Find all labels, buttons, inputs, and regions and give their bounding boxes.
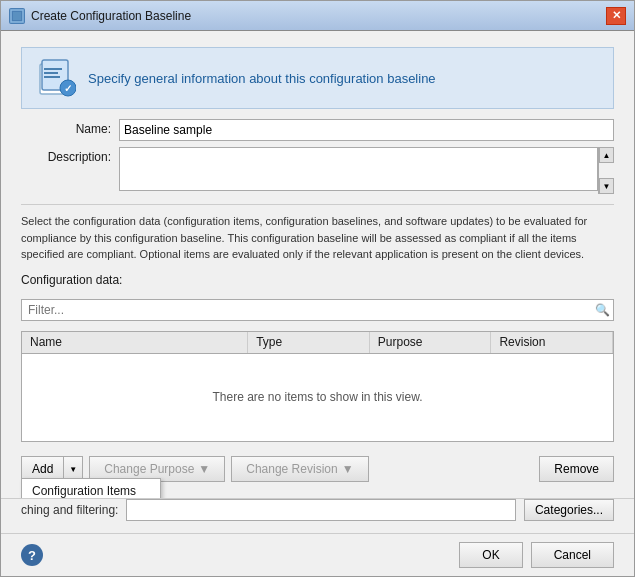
scroll-up-btn[interactable]: ▲ [599, 147, 614, 163]
cancel-label: Cancel [554, 548, 591, 562]
change-revision-label: Change Revision [246, 462, 337, 476]
svg-rect-4 [44, 68, 62, 70]
description-scrollbar[interactable]: ▲ ▼ [598, 147, 614, 194]
footer-left: ? [21, 544, 43, 566]
bottom-section: ching and filtering: Categories... [1, 498, 634, 533]
search-section: ching and filtering: Categories... [21, 499, 614, 521]
change-purpose-label: Change Purpose [104, 462, 194, 476]
description-row: Description: ▲ ▼ [21, 147, 614, 194]
cancel-button[interactable]: Cancel [531, 542, 614, 568]
config-table: Name Type Purpose Revision There are no … [21, 331, 614, 443]
svg-rect-6 [44, 76, 60, 78]
svg-text:✓: ✓ [64, 83, 72, 94]
change-revision-button[interactable]: Change Revision ▼ [231, 456, 368, 482]
change-purpose-arrow: ▼ [198, 462, 210, 476]
main-content: ✓ Specify general information about this… [1, 31, 634, 498]
change-revision-arrow: ▼ [342, 462, 354, 476]
table-body: There are no items to show in this view. [22, 354, 613, 442]
svg-rect-5 [44, 72, 58, 74]
filter-row: 🔍 [21, 299, 614, 321]
titlebar: Create Configuration Baseline ✕ [1, 1, 634, 31]
remove-button[interactable]: Remove [539, 456, 614, 482]
col-revision: Revision [491, 332, 613, 353]
window-icon [9, 8, 25, 24]
scroll-track [599, 163, 614, 178]
window-title: Create Configuration Baseline [31, 9, 191, 23]
btn-section: Add ▼ Change Purpose ▼ Change Revision ▼… [21, 452, 614, 482]
categories-label: Categories... [535, 503, 603, 517]
close-button[interactable]: ✕ [606, 7, 626, 25]
titlebar-left: Create Configuration Baseline [9, 8, 191, 24]
dropdown-item-config-items[interactable]: Configuration Items [22, 479, 160, 498]
name-label: Name: [21, 119, 111, 136]
col-name: Name [22, 332, 248, 353]
search-icon: 🔍 [591, 300, 613, 320]
header-icon: ✓ [36, 58, 76, 98]
add-dropdown-menu: Configuration Items Software Updates Con… [21, 478, 161, 498]
form-section: Name: Description: ▲ ▼ [21, 119, 614, 194]
col-type: Type [248, 332, 370, 353]
svg-rect-1 [13, 12, 21, 20]
filter-input[interactable] [22, 301, 591, 319]
table-header: Name Type Purpose Revision [22, 332, 613, 354]
col-purpose: Purpose [370, 332, 492, 353]
name-input[interactable] [119, 119, 614, 141]
description-input[interactable] [119, 147, 598, 191]
info-text: Select the configuration data (configura… [21, 204, 614, 263]
scroll-down-btn[interactable]: ▼ [599, 178, 614, 194]
description-label: Description: [21, 147, 111, 164]
name-row: Name: [21, 119, 614, 141]
description-wrapper: ▲ ▼ [119, 147, 614, 194]
help-icon[interactable]: ? [21, 544, 43, 566]
search-input[interactable] [126, 499, 516, 521]
header-text: Specify general information about this c… [88, 71, 436, 86]
footer: ? OK Cancel [1, 533, 634, 576]
ok-button[interactable]: OK [459, 542, 522, 568]
remove-label: Remove [554, 462, 599, 476]
main-window: Create Configuration Baseline ✕ ✓ Specif… [0, 0, 635, 577]
header-section: ✓ Specify general information about this… [21, 47, 614, 109]
config-data-label: Configuration data: [21, 273, 614, 287]
ok-label: OK [482, 548, 499, 562]
empty-message: There are no items to show in this view. [212, 390, 422, 404]
categories-button[interactable]: Categories... [524, 499, 614, 521]
search-label: ching and filtering: [21, 503, 118, 517]
